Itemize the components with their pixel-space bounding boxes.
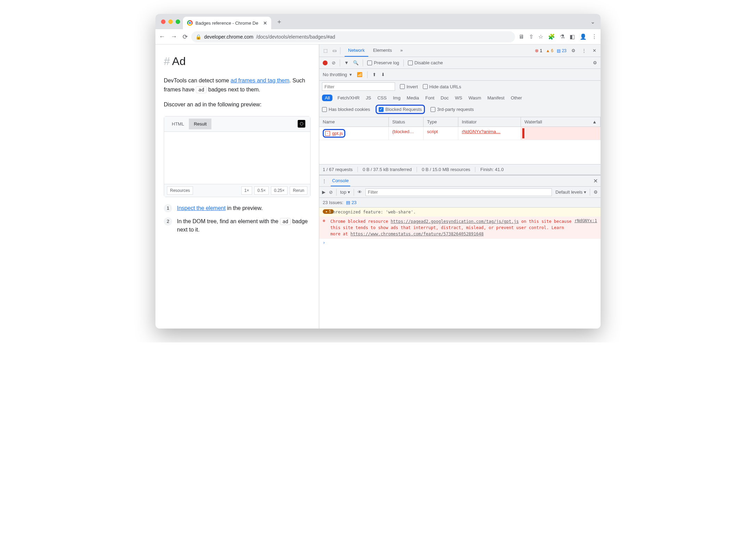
learn-more-link[interactable]: https://www.chromestatus.com/feature/573…: [351, 232, 484, 236]
reload-button[interactable]: ⟳: [183, 33, 188, 41]
errors-badge[interactable]: ⊗ 1: [535, 48, 542, 53]
new-tab-button[interactable]: ＋: [276, 17, 282, 26]
preserve-log-checkbox[interactable]: Preserve log: [367, 60, 399, 65]
maximize-window-button[interactable]: [176, 19, 180, 24]
request-initiator[interactable]: rNdGNYx?anima…: [458, 127, 521, 140]
levels-select[interactable]: Default levels ▾: [555, 189, 586, 195]
type-fetch[interactable]: Fetch/XHR: [336, 95, 361, 101]
upload-har-icon[interactable]: ⬆: [372, 72, 376, 77]
address-bar[interactable]: 🔒 developer.chrome.com/docs/devtools/ele…: [191, 31, 515, 42]
disable-cache-checkbox[interactable]: Disable cache: [408, 60, 443, 65]
codepen-tab-result[interactable]: Result: [189, 119, 211, 129]
tab-more[interactable]: »: [397, 44, 406, 57]
back-button[interactable]: ←: [159, 33, 165, 41]
col-type[interactable]: Type: [424, 117, 458, 127]
browser-tab[interactable]: Badges reference - Chrome De ✕: [183, 17, 271, 29]
inspect-link[interactable]: Inspect the element: [177, 205, 226, 211]
tab-overflow-icon[interactable]: ⌄: [590, 18, 595, 25]
info-badge[interactable]: ▤ 23: [557, 48, 566, 53]
filter-toggle-icon[interactable]: ▼: [344, 60, 349, 65]
bookmark-icon[interactable]: ☆: [538, 33, 543, 40]
search-icon[interactable]: 🔍: [353, 60, 359, 65]
zoom-05x[interactable]: 0.5×: [254, 186, 269, 195]
type-img[interactable]: Img: [392, 95, 402, 101]
warnings-badge[interactable]: ▲ 6: [546, 48, 553, 53]
codepen-logo-icon[interactable]: ⬡: [298, 120, 305, 128]
device-toggle-icon[interactable]: ▭: [331, 47, 338, 55]
menu-icon[interactable]: ⋮: [592, 33, 597, 40]
clear-icon[interactable]: ⊘: [332, 60, 336, 65]
extensions-icon[interactable]: 🧩: [548, 33, 555, 40]
hide-data-urls-checkbox[interactable]: Hide data URLs: [423, 84, 461, 89]
console-prompt[interactable]: ›: [319, 239, 601, 246]
console-tab[interactable]: Console: [331, 176, 350, 186]
type-doc[interactable]: Doc: [439, 95, 450, 101]
type-font[interactable]: Font: [424, 95, 436, 101]
col-waterfall[interactable]: Waterfall▲: [521, 117, 601, 127]
type-all[interactable]: All: [322, 95, 332, 101]
browser-toolbar: ← → ⟳ 🔒 developer.chrome.com/docs/devtoo…: [155, 29, 601, 44]
console-warning-line[interactable]: ▸ 5 Unrecognized feature: 'web-share'.: [319, 208, 601, 217]
settings-icon[interactable]: ⚙: [570, 47, 577, 55]
blocked-url-link[interactable]: https://pagead2.googlesyndication.com/ta…: [391, 219, 518, 224]
ad-frames-link[interactable]: ad frames and tag them: [231, 78, 289, 83]
tab-network[interactable]: Network: [345, 44, 368, 57]
context-select[interactable]: top ▾: [340, 189, 350, 195]
zoom-025x[interactable]: 0.25×: [271, 186, 288, 195]
drawer-menu-icon[interactable]: ⋮: [322, 178, 327, 184]
tab-title: Badges reference - Chrome De: [195, 21, 258, 26]
network-row-gpt[interactable]: ◦gpt.js (blocked… script rNdGNYx?anima…: [319, 127, 601, 140]
console-error-line[interactable]: ⊗ Chrome blocked resource https://pagead…: [319, 217, 601, 239]
third-party-checkbox[interactable]: 3rd-party requests: [431, 107, 474, 112]
rerun-button[interactable]: Rerun: [290, 186, 307, 195]
record-button[interactable]: [323, 60, 328, 65]
type-js[interactable]: JS: [364, 95, 372, 101]
throttling-select[interactable]: No throttling ▾: [323, 72, 352, 77]
console-sidebar-icon[interactable]: ▶: [322, 189, 325, 195]
labs-icon[interactable]: ⚗: [560, 33, 565, 40]
type-css[interactable]: CSS: [376, 95, 388, 101]
close-devtools-icon[interactable]: ✕: [591, 47, 598, 55]
col-status[interactable]: Status: [389, 117, 424, 127]
translate-icon[interactable]: 🖥: [518, 34, 524, 40]
console-clear-icon[interactable]: ⊘: [329, 189, 333, 195]
blocked-cookies-checkbox[interactable]: Has blocked cookies: [322, 107, 370, 112]
col-name[interactable]: Name: [319, 117, 389, 127]
type-wasm[interactable]: Wasm: [467, 95, 482, 101]
type-ws[interactable]: WS: [453, 95, 464, 101]
sidepanel-icon[interactable]: ◧: [570, 33, 575, 40]
step-2: 2In the DOM tree, find an element with t…: [164, 217, 311, 234]
codepen-resources-button[interactable]: Resources: [167, 186, 193, 195]
request-status: (blocked…: [389, 127, 424, 140]
profile-icon[interactable]: 👤: [580, 33, 587, 40]
network-settings-icon[interactable]: ⚙: [593, 60, 597, 65]
blocked-requests-checkbox[interactable]: Blocked Requests: [379, 107, 422, 112]
error-source-link[interactable]: rNdGNYx:1: [574, 218, 597, 223]
console-issues-bar[interactable]: 23 Issues: ▤ 23: [319, 198, 601, 208]
share-icon[interactable]: ⇧: [529, 33, 533, 40]
network-table-header: Name Status Type Initiator Waterfall▲: [319, 117, 601, 127]
zoom-1x[interactable]: 1×: [241, 186, 252, 195]
console-close-icon[interactable]: ✕: [593, 178, 598, 184]
type-other[interactable]: Other: [509, 95, 524, 101]
inspect-icon[interactable]: ⬚: [322, 47, 329, 55]
type-manifest[interactable]: Manifest: [486, 95, 506, 101]
minimize-window-button[interactable]: [168, 19, 173, 24]
forward-button[interactable]: →: [171, 33, 177, 41]
codepen-tab-html[interactable]: HTML: [167, 119, 189, 129]
network-conditions-icon[interactable]: 📶: [357, 72, 362, 77]
status-transferred: 0 B / 37.5 kB transferred: [363, 167, 417, 172]
download-har-icon[interactable]: ⬇: [381, 72, 385, 77]
filter-input[interactable]: [322, 82, 395, 91]
col-initiator[interactable]: Initiator: [458, 117, 521, 127]
console-settings-icon[interactable]: ⚙: [594, 189, 598, 195]
live-expression-icon[interactable]: 👁: [357, 189, 362, 195]
invert-checkbox[interactable]: Invert: [400, 84, 418, 89]
kebab-icon[interactable]: ⋮: [580, 47, 588, 55]
console-filter-input[interactable]: [365, 188, 552, 196]
type-media[interactable]: Media: [405, 95, 420, 101]
close-window-button[interactable]: [161, 19, 166, 24]
tab-elements[interactable]: Elements: [370, 44, 395, 57]
page-heading: #Ad: [164, 55, 311, 68]
tab-close-icon[interactable]: ✕: [263, 21, 267, 26]
